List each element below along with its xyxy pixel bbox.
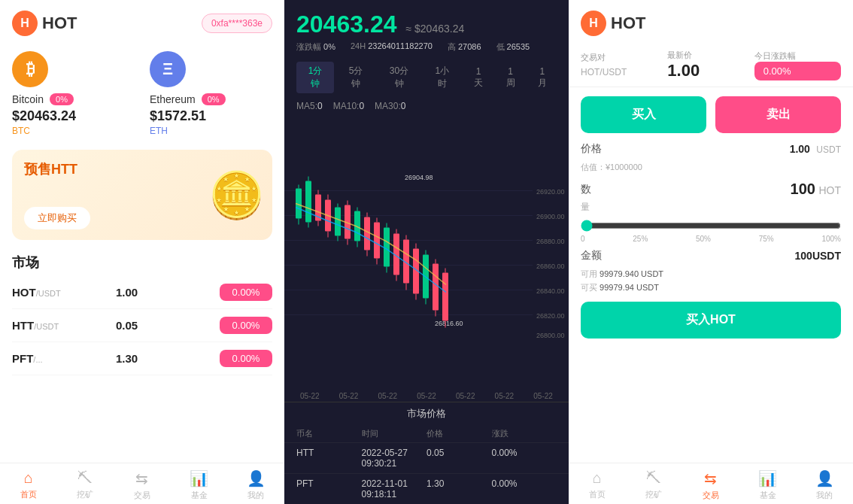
qty-sublabel: 量: [581, 201, 841, 214]
price-value: 1.00: [790, 143, 810, 155]
market-row-htt[interactable]: HTT/USDT 0.05 0.00%: [12, 309, 272, 342]
nav-home-left[interactable]: ⌂ 首页: [0, 469, 57, 501]
est-label: 估值：¥1000000: [581, 162, 841, 173]
trade-actions: 买入 卖出: [569, 87, 853, 142]
nav-profile-left[interactable]: 👤 我的: [227, 469, 284, 501]
slider-75: 75%: [759, 235, 774, 243]
right-bottom-nav: ⌂ 首页 ⛏ 挖矿 ⇆ 交易 📊 基金 👤 我的: [569, 463, 853, 504]
market-change-hot: 0.00%: [220, 284, 272, 301]
trade-change-badge: 0.00%: [754, 62, 841, 80]
ma-row: MA5:0 MA10:0 MA30:0: [284, 98, 569, 114]
tab-5min[interactable]: 5分钟: [337, 62, 375, 93]
nav-fund-label-left: 基金: [191, 490, 208, 501]
chart-change: 涨跌幅 0%: [296, 41, 335, 53]
eth-change: 0%: [202, 93, 226, 105]
nav-mining-right[interactable]: ⛏ 挖矿: [626, 469, 683, 501]
tab-1d[interactable]: 1天: [464, 62, 493, 93]
qty-slider[interactable]: [581, 220, 841, 232]
chart-header: 20463.24 ≈ $20463.24 涨跌幅 0% 24H 23264011…: [284, 0, 569, 57]
buy-button[interactable]: 买入: [581, 96, 706, 133]
eth-price: $1572.51: [150, 108, 272, 124]
fund-icon-right: 📊: [758, 469, 777, 487]
avail-buy-row: 可买 99979.94 USDT: [581, 282, 841, 293]
home-icon-right: ⌂: [593, 469, 602, 487]
order-form: 价格 1.00 USDT 估值：¥1000000 数 100 HOT 量 0 2…: [569, 142, 853, 339]
trade-pair-name: HOT/USDT: [581, 63, 667, 79]
mp-row-htt[interactable]: HTT 2022-05-27 09:30:21 0.05 0.00%: [284, 442, 569, 473]
time-tabs: 1分钟 5分钟 30分钟 1小时 1天 1周 1月: [284, 57, 569, 98]
nav-mining-label-left: 挖矿: [77, 489, 93, 500]
market-price-section: 市场价格 币名 时间 价格 涨跌 HTT 2022-05-27 09:30:21…: [284, 402, 569, 504]
logo-icon: H: [12, 11, 38, 36]
ma30: MA30:0: [375, 101, 405, 111]
svg-rect-60: [442, 273, 448, 321]
btc-price: $20463.24: [12, 108, 135, 124]
wallet-address[interactable]: 0xfa****363e: [202, 14, 272, 33]
tab-1h[interactable]: 1小时: [423, 62, 461, 93]
right-panel: H HOT 交易对 HOT/USDT 最新价 1.00 今日涨跌幅 0.00% …: [569, 0, 853, 504]
mp-table-header: 币名 时间 价格 涨跌: [284, 425, 569, 442]
qty-value: 100: [791, 181, 815, 197]
nav-home-label-right: 首页: [589, 489, 606, 500]
nav-fund-left[interactable]: 📊 基金: [171, 469, 228, 501]
nav-trade-label-left: 交易: [134, 490, 150, 501]
chart-main-price: 20463.24: [296, 11, 396, 38]
slider-0: 0: [581, 235, 585, 243]
tab-1w[interactable]: 1周: [496, 62, 524, 93]
ma5: MA5:0: [296, 101, 323, 111]
market-price-title: 市场价格: [284, 402, 569, 425]
market-row-hot[interactable]: HOT/USDT 1.00 0.00%: [12, 276, 272, 309]
promo-button[interactable]: 立即购买: [24, 207, 90, 229]
qty-slider-wrap: 0 25% 50% 75% 100%: [581, 220, 841, 243]
nav-trade-right[interactable]: ⇆ 交易: [682, 469, 739, 501]
svg-rect-39: [374, 223, 380, 259]
right-header: H HOT: [569, 0, 853, 44]
chart-area: 26920.00 26900.00 26880.00 26860.00 2684…: [284, 114, 569, 390]
market-pair-hot: HOT/USDT: [12, 286, 116, 299]
col-change: 涨跌: [492, 428, 557, 439]
nav-profile-right[interactable]: 👤 我的: [796, 469, 853, 501]
trade-change-label: 今日涨跌幅: [754, 50, 841, 62]
svg-text:26920.00: 26920.00: [536, 188, 565, 196]
left-bottom-nav: ⌂ 首页 ⛏ 挖矿 ⇆ 交易 📊 基金 👤 我的: [0, 463, 284, 504]
trade-icon-right: ⇆: [704, 469, 717, 487]
coin-card-eth[interactable]: Ξ Ethereum 0% $1572.51 ETH: [150, 51, 272, 136]
amount-value: 100USDT: [795, 250, 841, 262]
price-label: 价格: [581, 142, 602, 156]
mining-icon-left: ⛏: [77, 469, 93, 487]
svg-text:26880.00: 26880.00: [536, 238, 565, 245]
tab-30min[interactable]: 30分钟: [378, 62, 420, 93]
nav-mining-label-right: 挖矿: [645, 489, 662, 500]
tab-1min[interactable]: 1分钟: [296, 62, 334, 93]
avail-usdt-val: 99979.940 USDT: [600, 269, 663, 278]
mp-row-pft[interactable]: PFT 2022-11-01 09:18:11 1.30 0.00%: [284, 473, 569, 504]
qty-label: 数: [581, 183, 591, 196]
svg-rect-18: [305, 181, 311, 223]
sell-button[interactable]: 卖出: [715, 96, 841, 133]
profile-icon-left: 👤: [247, 469, 266, 487]
nav-home-right[interactable]: ⌂ 首页: [569, 469, 626, 501]
tab-1mo[interactable]: 1月: [528, 62, 557, 93]
trade-price-label: 最新价: [667, 50, 754, 61]
nav-home-label-left: 首页: [20, 489, 37, 500]
nav-trade-label-right: 交易: [703, 490, 719, 501]
col-price: 价格: [426, 428, 492, 439]
nav-mining-left[interactable]: ⛏ 挖矿: [57, 469, 114, 501]
trade-icon-left: ⇆: [135, 469, 148, 487]
market-list: HOT/USDT 1.00 0.00% HTT/USDT 0.05 0.00% …: [0, 276, 284, 463]
col-coin: 币名: [296, 428, 362, 439]
svg-text:26840.00: 26840.00: [536, 287, 565, 295]
slider-25: 25%: [633, 235, 648, 243]
market-title: 市场: [0, 246, 284, 276]
coin-card-btc[interactable]: ₿ Bitcoin 0% $20463.24 BTC: [12, 51, 135, 136]
svg-rect-27: [335, 208, 341, 236]
profile-icon-right: 👤: [815, 469, 834, 487]
market-row-pft[interactable]: PFT/... 1.30 0.00%: [12, 342, 272, 375]
confirm-buy-button[interactable]: 买入HOT: [581, 302, 841, 339]
logo: H HOT: [12, 11, 77, 36]
logo-text: HOT: [42, 14, 77, 33]
svg-rect-36: [364, 217, 370, 250]
market-pair-htt: HTT/USDT: [12, 319, 116, 332]
nav-fund-right[interactable]: 📊 基金: [739, 469, 797, 501]
nav-trade-left[interactable]: ⇆ 交易: [114, 469, 171, 501]
